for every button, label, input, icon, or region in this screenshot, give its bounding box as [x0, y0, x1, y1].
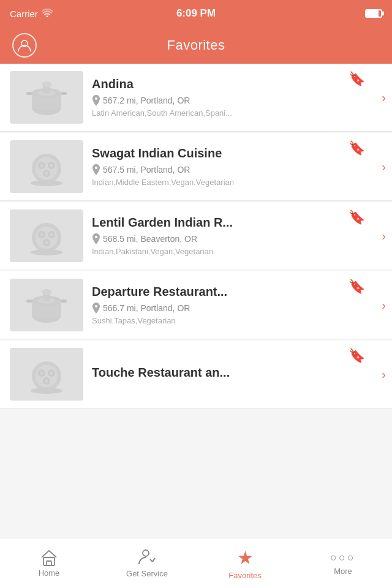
nav-more-label: More: [334, 567, 352, 576]
status-bar: Carrier 6:09 PM: [0, 0, 392, 27]
svg-point-34: [42, 289, 51, 295]
item-info: Swagat Indian Cuisine 567.5 mi, Portland…: [92, 146, 382, 187]
svg-point-23: [40, 233, 43, 236]
item-distance: 567.2 mi, Portland, OR: [92, 95, 382, 106]
item-info: Departure Restaurant... 566.7 mi, Portla…: [92, 285, 382, 325]
bookmark-icon[interactable]: 🔖: [349, 140, 365, 156]
list-item[interactable]: Departure Restaurant... 566.7 mi, Portla…: [0, 271, 392, 339]
item-image: [10, 348, 83, 401]
svg-point-40: [40, 371, 43, 375]
item-distance: 566.7 mi, Portland, OR: [92, 303, 382, 314]
nav-favorites[interactable]: ★ Favorites: [196, 538, 294, 588]
bookmark-icon[interactable]: 🔖: [349, 71, 365, 87]
avatar[interactable]: [12, 33, 37, 58]
list-item[interactable]: Andina 567.2 mi, Portland, OR Latin Amer…: [0, 64, 392, 132]
item-tags: Latin American,South American,Spani...: [92, 108, 382, 118]
location-pin-icon: [92, 164, 100, 175]
location-pin-icon: [92, 233, 100, 244]
item-info: Touche Restaurant an...: [92, 366, 382, 383]
svg-point-43: [31, 388, 62, 394]
svg-point-46: [143, 550, 149, 556]
item-name: Andina: [92, 77, 382, 91]
more-dots-icon: ○○○: [330, 551, 356, 564]
svg-point-8: [42, 81, 51, 88]
item-tags: Indian,Pakistani,Vegan,Vegetarian: [92, 247, 382, 256]
list-item[interactable]: Touche Restaurant an... 🔖 ›: [0, 341, 392, 409]
chevron-right-icon: ›: [382, 91, 386, 105]
page-title: Favorites: [167, 37, 225, 53]
item-image: [10, 140, 83, 193]
svg-point-16: [45, 172, 48, 175]
svg-point-15: [50, 164, 53, 167]
nav-get-service-label: Get Service: [126, 569, 168, 578]
favorites-list: Andina 567.2 mi, Portland, OR Latin Amer…: [0, 64, 392, 538]
item-distance: 567.5 mi, Portland, OR: [92, 164, 382, 175]
chevron-right-icon: ›: [382, 368, 386, 382]
bookmark-icon[interactable]: 🔖: [349, 209, 365, 225]
item-image: [10, 71, 83, 124]
svg-rect-5: [61, 92, 67, 95]
item-tags: Indian,Middle Eastern,Vegan,Vegetarian: [92, 178, 382, 187]
item-name: Departure Restaurant...: [92, 285, 382, 299]
status-right: [365, 9, 382, 18]
item-distance-text: 567.2 mi, Portland, OR: [103, 96, 190, 105]
item-name: Touche Restaurant an...: [92, 366, 382, 380]
nav-get-service[interactable]: Get Service: [98, 538, 196, 588]
chevron-right-icon: ›: [382, 160, 386, 174]
svg-point-41: [50, 371, 53, 375]
item-tags: Sushi,Tapas,Vegetarian: [92, 316, 382, 325]
bottom-nav: Home Get Service ★ Favorites ○○○ More: [0, 538, 392, 588]
svg-rect-31: [61, 300, 67, 303]
item-distance-text: 566.7 mi, Portland, OR: [103, 303, 190, 313]
time-label: 6:09 PM: [176, 7, 216, 20]
item-info: Andina 567.2 mi, Portland, OR Latin Amer…: [92, 77, 382, 118]
list-item[interactable]: Swagat Indian Cuisine 567.5 mi, Portland…: [0, 133, 392, 201]
location-pin-icon: [92, 303, 100, 314]
nav-more[interactable]: ○○○ More: [294, 538, 392, 588]
location-pin-icon: [92, 95, 100, 106]
bookmark-icon[interactable]: 🔖: [349, 348, 365, 364]
bookmark-icon[interactable]: 🔖: [349, 279, 365, 295]
svg-point-24: [50, 233, 53, 236]
wifi-icon: [42, 9, 53, 19]
item-distance-text: 567.5 mi, Portland, OR: [103, 165, 190, 175]
nav-home-label: Home: [39, 568, 60, 578]
status-left: Carrier: [10, 9, 53, 19]
svg-point-26: [31, 249, 62, 255]
svg-point-25: [45, 241, 48, 244]
item-name: Lentil Garden Indian R...: [92, 216, 382, 230]
carrier-label: Carrier: [10, 9, 38, 19]
item-distance: 568.5 mi, Beaverton, OR: [92, 233, 382, 244]
battery-icon: [365, 9, 382, 18]
item-image: [10, 279, 83, 331]
nav-favorites-label: Favorites: [228, 571, 261, 580]
item-info: Lentil Garden Indian R... 568.5 mi, Beav…: [92, 216, 382, 256]
nav-home[interactable]: Home: [0, 538, 98, 588]
svg-rect-45: [47, 561, 51, 565]
item-name: Swagat Indian Cuisine: [92, 146, 382, 160]
chevron-right-icon: ›: [382, 298, 386, 312]
item-distance-text: 568.5 mi, Beaverton, OR: [103, 234, 197, 244]
page-header: Favorites: [0, 27, 392, 64]
svg-point-14: [40, 164, 43, 167]
item-image: [10, 209, 83, 262]
svg-point-42: [45, 379, 48, 383]
star-icon: ★: [237, 547, 254, 568]
chevron-right-icon: ›: [382, 229, 386, 243]
list-item[interactable]: Lentil Garden Indian R... 568.5 mi, Beav…: [0, 202, 392, 270]
svg-rect-30: [26, 300, 32, 303]
svg-rect-4: [26, 92, 32, 95]
svg-point-17: [31, 180, 62, 186]
